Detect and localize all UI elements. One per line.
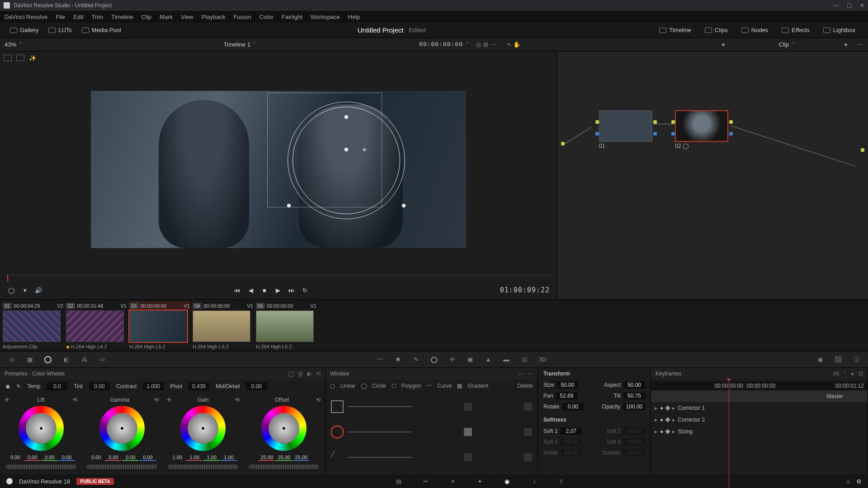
window-handle[interactable]	[344, 115, 348, 119]
delete-window[interactable]: Delete	[517, 383, 533, 389]
reset-lift-icon[interactable]: ⟲	[73, 397, 77, 403]
minimize-button[interactable]: —	[833, 2, 839, 9]
viewer-timecode[interactable]: 00:00:00:00	[419, 41, 463, 48]
reset-offset-icon[interactable]: ⟲	[316, 397, 321, 403]
page-fairlight-icon[interactable]: ♪	[530, 478, 539, 485]
viewer-frame[interactable]: ＋	[91, 91, 466, 248]
kf-master-row[interactable]: Master	[651, 390, 868, 402]
mask-toggle-icon[interactable]	[464, 403, 472, 411]
kf-row[interactable]: ▸●▸Corrector 1	[651, 402, 868, 414]
window-handle[interactable]	[344, 148, 348, 151]
window-preset-icon[interactable]: ▭	[518, 371, 523, 377]
offset-jog[interactable]	[249, 465, 319, 469]
timeline-name[interactable]: Timeline 1	[224, 41, 250, 48]
curves-icon[interactable]: 〰	[375, 355, 384, 364]
reset-gamma-icon[interactable]: ⟲	[154, 397, 159, 403]
key-icon[interactable]: ▬	[502, 355, 511, 364]
home-icon[interactable]: ⌂	[846, 478, 850, 485]
gain-wheel[interactable]	[180, 406, 226, 451]
timeline-button[interactable]: Timeline	[656, 25, 695, 35]
clip-thumbnail[interactable]: 0300:00:00:00V1 H.264 High L5.2	[129, 301, 190, 350]
menu-color[interactable]: Color	[259, 14, 274, 20]
clip-thumbnail[interactable]: 0400:00:00:00V1 H.264 High L3.2	[193, 301, 253, 350]
gamma-wheel[interactable]	[99, 406, 145, 451]
window-handle[interactable]	[402, 204, 406, 207]
zoom-dropdown[interactable]: 43%	[5, 41, 16, 48]
clip-mode-dropdown[interactable]: Clip	[779, 41, 789, 48]
soft1-value[interactable]: 2.07	[560, 427, 582, 435]
kf-row[interactable]: ▸●▸Corrector 2	[651, 414, 868, 426]
auto-icon[interactable]: ✎	[16, 383, 21, 389]
more-icon[interactable]: ⋯	[490, 41, 497, 48]
clip-thumbnail[interactable]: 0200:00:31:48V1 ◆ H.264 High L4.2	[66, 301, 127, 350]
circle-window-overlay[interactable]	[288, 102, 405, 219]
options-icon[interactable]: ⋯	[856, 41, 863, 48]
info-icon[interactable]: ⓘ	[852, 355, 861, 364]
window-shape-circle[interactable]	[331, 419, 532, 445]
next-frame-button[interactable]: ⏭	[288, 286, 296, 294]
graph-output[interactable]	[861, 148, 864, 152]
menu-davinci[interactable]: DaVinci Resolve	[5, 14, 47, 20]
wheels-mode-icon[interactable]: ◯	[288, 371, 294, 377]
mute-icon[interactable]: 🔊	[34, 286, 42, 294]
mask-toggle-icon[interactable]	[464, 453, 472, 461]
tracker-icon[interactable]: ✢	[448, 355, 457, 364]
tilt-value[interactable]: 50.75	[623, 392, 645, 399]
node-01[interactable]: 01	[599, 110, 653, 149]
blur-icon[interactable]: ▲	[484, 355, 493, 364]
menu-timeline[interactable]: Timeline	[111, 14, 133, 20]
node-graph[interactable]: 01 02 ◯	[557, 52, 868, 299]
scopes-icon[interactable]: ⬛	[834, 355, 843, 364]
contrast-value[interactable]: 1.000	[143, 382, 164, 390]
first-frame-button[interactable]: ⏮	[233, 286, 241, 294]
color-match-icon[interactable]: ▦	[25, 355, 34, 364]
page-edit-icon[interactable]: ≡	[448, 478, 458, 485]
invert-toggle-icon[interactable]	[524, 403, 532, 411]
page-fusion-icon[interactable]: ✦	[476, 478, 485, 485]
gamma-jog[interactable]	[87, 465, 157, 469]
window-icon[interactable]: ◯	[429, 355, 439, 364]
prev-frame-button[interactable]: ◀	[247, 286, 255, 294]
play-button[interactable]: ▶	[274, 286, 282, 294]
qualifier-icon[interactable]: ✎	[411, 355, 420, 364]
scrubber[interactable]	[5, 275, 552, 281]
reset-gain-icon[interactable]: ⟲	[235, 397, 240, 403]
3d-icon[interactable]: 3D	[538, 355, 547, 364]
hdr-icon[interactable]: ◐	[61, 355, 71, 364]
match-frame-icon[interactable]: ▾	[21, 286, 29, 294]
menu-playback[interactable]: Playback	[202, 14, 226, 20]
magic-mask-icon[interactable]: ▣	[466, 355, 475, 364]
settings-icon[interactable]: ⚙	[856, 478, 862, 485]
window-more-icon[interactable]: ⋯	[528, 371, 533, 377]
menu-file[interactable]: File	[56, 14, 65, 20]
window-center-icon[interactable]: ＋	[361, 145, 368, 155]
camera-raw-icon[interactable]: ⊙	[7, 355, 16, 364]
clips-button[interactable]: Clips	[701, 25, 731, 35]
stop-button[interactable]: ■	[260, 286, 269, 294]
polygon-type[interactable]: Polygon	[401, 383, 421, 389]
warper-icon[interactable]: ✱	[393, 355, 402, 364]
kf-row[interactable]: ▸●▸Sizing	[651, 426, 868, 437]
circle-type[interactable]: Circle	[372, 383, 386, 389]
page-deliver-icon[interactable]: ⇪	[557, 478, 566, 485]
clip-thumbnail[interactable]: 0500:00:00:00V1 H.264 High L5.2	[256, 301, 316, 350]
gallery-button[interactable]: Gallery	[6, 25, 42, 35]
page-cut-icon[interactable]: ✂	[421, 478, 430, 485]
aspect-value[interactable]: 50.00	[623, 381, 645, 389]
mediapool-button[interactable]: Media Pool	[78, 25, 125, 35]
pivot-value[interactable]: 0.435	[189, 382, 209, 390]
opacity-value[interactable]: 100.00	[623, 403, 645, 410]
motion-icon[interactable]: ▭	[98, 355, 107, 364]
rotate-value[interactable]: 0.00	[562, 403, 584, 410]
offset-wheel[interactable]	[261, 406, 307, 451]
magic-wand-icon[interactable]: ✨	[29, 55, 36, 61]
menu-workspace[interactable]: Workspace	[311, 14, 340, 20]
linear-type[interactable]: Linear	[340, 383, 355, 389]
menu-mark[interactable]: Mark	[160, 14, 173, 20]
menu-fusion[interactable]: Fusion	[234, 14, 251, 20]
bypass-icon[interactable]: ◎	[475, 41, 482, 48]
size-value[interactable]: 50.00	[557, 381, 578, 389]
keyframe-playhead[interactable]	[729, 380, 729, 488]
loop-icon[interactable]: ◯	[7, 286, 15, 294]
reset-icon[interactable]: ⟲	[316, 371, 321, 377]
